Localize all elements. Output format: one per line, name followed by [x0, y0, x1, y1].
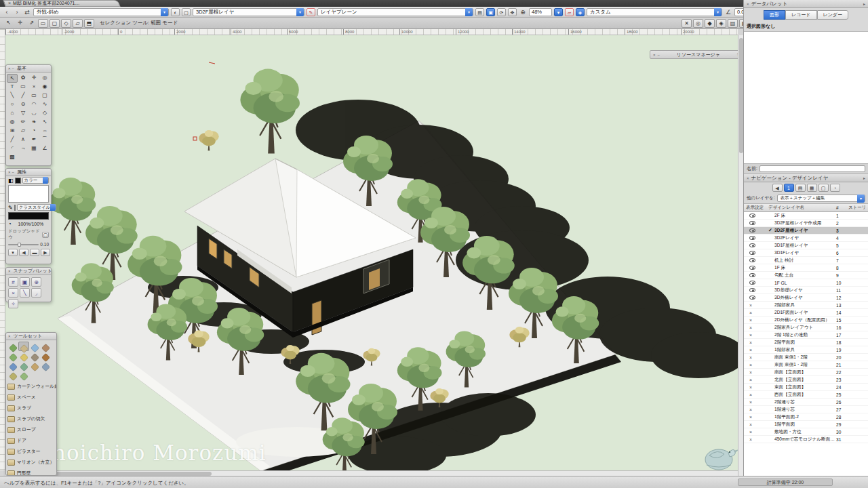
toolset-category-icon[interactable] — [40, 351, 51, 361]
tool-icon[interactable]: ✏ — [18, 118, 28, 127]
hidden-x-icon[interactable]: × — [749, 325, 752, 330]
layer-row[interactable]: × ✓ 1階平面図-2 28 — [744, 413, 868, 421]
visibility-eye-icon[interactable] — [749, 281, 755, 285]
collapse-icon[interactable]: × — [747, 2, 749, 6]
opacity-value[interactable]: 100%/100% — [13, 222, 49, 226]
tool-icon[interactable]: ▩ — [7, 153, 18, 162]
saved-views-icon[interactable]: ⇄ — [23, 9, 31, 16]
hidden-x-icon[interactable]: × — [749, 430, 752, 434]
attr-nav-button[interactable]: ▬ — [30, 249, 39, 256]
fill-preview[interactable] — [8, 185, 49, 203]
zoom-menu-icon[interactable]: ▾ — [554, 8, 563, 16]
chevron-down-icon[interactable] — [43, 177, 48, 184]
tool-icon[interactable]: ⌂ — [7, 109, 18, 118]
tool-icon[interactable]: ∠ — [39, 144, 50, 153]
toolset-item[interactable]: スロープ — [7, 424, 56, 435]
chevron-down-icon[interactable]: ▾ — [857, 195, 865, 203]
mode-option-icon[interactable]: ◇ — [61, 19, 71, 28]
collapse-icon[interactable]: − — [12, 170, 15, 174]
hidden-x-icon[interactable]: × — [749, 415, 752, 420]
hidden-x-icon[interactable]: × — [749, 363, 752, 367]
snap-icon[interactable]: ◞ — [31, 288, 41, 298]
chevron-down-icon[interactable]: ▾ — [714, 8, 722, 16]
hidden-x-icon[interactable]: × — [749, 340, 752, 345]
mode-option-icon[interactable]: ▭ — [38, 19, 48, 28]
line-style-preview[interactable] — [8, 212, 49, 220]
data-tab[interactable]: レコード — [785, 10, 817, 20]
navigation-mode-icon[interactable]: ◀ — [772, 184, 783, 192]
layer-row[interactable]: × ✓ 勾配 土台 9 — [744, 272, 868, 279]
palette-title-bar[interactable]: × スナップパレット — [6, 268, 51, 275]
attr-nav-button[interactable]: ◀ — [19, 249, 28, 256]
palette-title-bar[interactable]: × − 基本 — [6, 65, 51, 73]
page-icon[interactable]: ▤ — [475, 8, 484, 16]
plane-mode-icon[interactable]: ▱ — [565, 8, 574, 16]
tool-icon[interactable]: ◍ — [7, 118, 18, 127]
navigation-mode-icon[interactable]: ◔ — [830, 184, 840, 192]
attr-nav-button[interactable]: ▾ — [8, 249, 18, 256]
tool-icon[interactable]: ⊞ — [7, 127, 18, 136]
tab-close-icon[interactable]: × — [8, 1, 11, 5]
mode-option-icon[interactable]: ⇗ — [26, 19, 37, 28]
pan-hand-icon[interactable]: ✥ — [508, 8, 517, 16]
document-tab-label[interactable]: ×M邸 BIM化 推進本部2024071… — [8, 0, 80, 7]
snap-icon[interactable]: ✧ — [8, 299, 18, 308]
hidden-x-icon[interactable]: × — [749, 407, 752, 412]
chevron-down-icon[interactable] — [50, 204, 56, 211]
fill-style-combo[interactable]: カラー — [22, 177, 49, 184]
pen-icon[interactable]: ✎ — [8, 205, 13, 211]
close-icon[interactable]: × — [8, 170, 11, 174]
layer-row[interactable]: × ✓ 3D1Fレイヤ 6 — [744, 249, 868, 257]
tool-icon[interactable]: ◎ — [39, 74, 50, 83]
tool-icon[interactable]: ◉ — [39, 83, 50, 92]
close-icon[interactable]: × — [8, 334, 11, 338]
toolset-category-icon[interactable] — [7, 361, 18, 370]
active-plane-combo[interactable]: レイヤプレーン▾ — [317, 8, 473, 16]
drop-shadow-toggle[interactable]: ▢ — [42, 232, 49, 238]
toolset-item[interactable]: ピラスター — [7, 446, 56, 457]
toolset-item[interactable]: ドア — [7, 435, 56, 446]
tool-icon[interactable]: ▱ — [18, 127, 28, 136]
tool-icon[interactable]: ➴ — [39, 118, 50, 127]
visibility-eye-icon[interactable] — [749, 251, 755, 255]
class-pen-icon[interactable]: ✎ — [307, 8, 315, 16]
quick-tool-icon[interactable]: ✕ — [682, 19, 692, 28]
toolset-category-icon[interactable] — [7, 351, 18, 361]
layer-row[interactable]: × ✓ 2階平面図 18 — [744, 339, 868, 346]
chevron-down-icon[interactable]: ▾ — [161, 8, 168, 16]
tool-icon[interactable]: ∿ — [39, 100, 50, 109]
close-icon[interactable]: × — [653, 53, 656, 57]
attr-nav-button[interactable]: ▶ — [41, 249, 50, 256]
layer-row[interactable]: × ✓ 3D2Fレイヤ 4 — [744, 235, 868, 242]
visibility-eye-icon[interactable] — [749, 296, 755, 300]
toolset-item[interactable]: スペース — [7, 392, 56, 403]
name-input[interactable] — [760, 165, 865, 172]
toolset-category-icon[interactable] — [40, 361, 51, 370]
fill-color-swatch[interactable] — [15, 178, 21, 184]
toolset-category-icon[interactable] — [18, 370, 29, 380]
layer-row[interactable]: × ✓ 2F 床 1 — [744, 212, 868, 220]
hidden-x-icon[interactable]: × — [749, 385, 752, 390]
saved-view-combo[interactable]: 外観-斜め▾ — [33, 8, 169, 16]
layer-visibility-icon[interactable]: ▢ — [182, 8, 191, 16]
visibility-eye-icon[interactable] — [749, 243, 755, 247]
close-icon[interactable]: × — [8, 269, 11, 273]
toolset-item[interactable]: カーテンウォール編集 — [7, 381, 56, 392]
chevron-down-icon[interactable]: ▾ — [296, 8, 304, 16]
hidden-x-icon[interactable]: × — [749, 355, 752, 360]
tool-icon[interactable]: × — [28, 83, 39, 92]
toolset-category-icon[interactable] — [29, 361, 40, 370]
render-mode-combo[interactable]: カスタム▾ — [587, 8, 722, 16]
data-tab[interactable]: 図形 — [764, 10, 785, 20]
resource-manager-palette[interactable]: × − リソースマネージャ ? — [650, 50, 738, 59]
layer-row[interactable]: × ✓ 敷地図・方位 30 — [744, 428, 868, 436]
layer-row[interactable]: × ✓ 1階部家具 19 — [744, 346, 868, 354]
hidden-x-icon[interactable]: × — [749, 303, 752, 308]
hidden-x-icon[interactable]: × — [749, 310, 752, 315]
tool-icon[interactable]: T — [7, 83, 18, 92]
mode-option-icon[interactable]: ✛ — [15, 19, 25, 28]
mode-option-icon[interactable]: ▢ — [50, 19, 60, 28]
navigation-mode-icon[interactable]: 1 — [784, 184, 794, 192]
collapse-icon[interactable]: − — [658, 53, 660, 57]
quick-tool-icon[interactable]: ◈ — [716, 19, 726, 28]
